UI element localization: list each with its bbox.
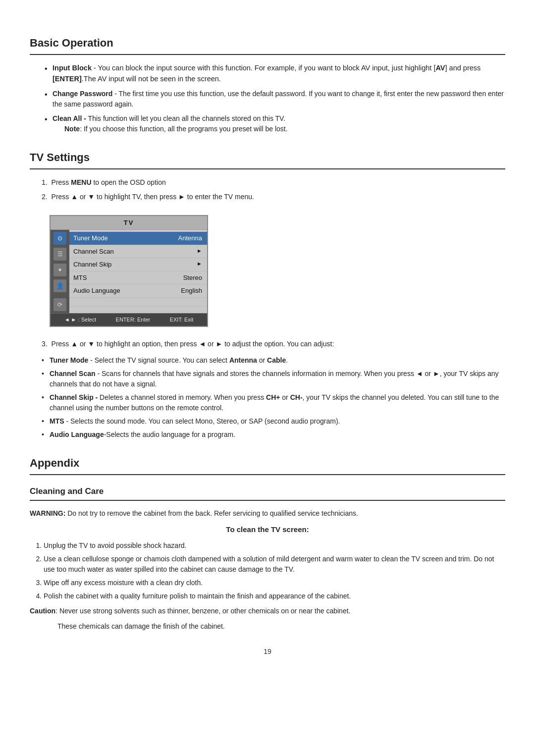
tuner-mode-item: Tuner Mode - Select the TV signal source… xyxy=(42,355,505,366)
warning-text: WARNING: Do not try to remove the cabine… xyxy=(30,508,505,519)
clean-subheading: To clean the TV screen: xyxy=(30,524,505,536)
menu-bold: MENU xyxy=(71,178,91,186)
chminus-bold: CH- xyxy=(290,393,303,401)
tuner-mode-sub-label: Tuner Mode xyxy=(50,356,88,364)
step3-down: ▼ xyxy=(88,340,95,348)
tv-settings-steps: 1. Press MENU to open the OSD option 2. … xyxy=(30,177,505,202)
audio-language-value: English xyxy=(181,286,202,296)
down-arrow: ▼ xyxy=(88,193,95,201)
tv-menu-screenshot: TV ⊙ ☰ ✦ 👤 ⟳ Tuner Mode Antenna Channel … xyxy=(50,215,208,327)
step1: 1. Press MENU to open the OSD option xyxy=(40,177,505,188)
input-block-item: Input Block - You can block the input so… xyxy=(45,63,505,85)
tv-menu-footer: ◄ ► : Select ENTER: Enter EXIT: Exit xyxy=(51,313,207,326)
clean-all-note: Note: If you choose this function, all t… xyxy=(53,125,288,133)
mts-item: MTS - Selects the sound mode. You can se… xyxy=(42,416,505,427)
tv-settings-heading: TV Settings xyxy=(30,149,505,169)
tv-icon-3: ✦ xyxy=(54,264,66,276)
caution-body: : Never use strong solvents such as thin… xyxy=(55,607,350,615)
clean-step-2: Use a clean cellulose sponge or chamois … xyxy=(44,554,505,575)
tv-settings-sub-list: Tuner Mode - Select the TV signal source… xyxy=(30,355,505,440)
audio-language-sub-label: Audio Language xyxy=(50,431,104,438)
tuner-mode-value: Antenna xyxy=(178,233,202,243)
mts-label: MTS xyxy=(73,273,87,283)
step2: 2. Press ▲ or ▼ to highlight TV, then pr… xyxy=(40,192,505,202)
warning-label: WARNING: xyxy=(30,509,67,517)
clean-all-item: Clean All - This function will let you c… xyxy=(45,113,505,134)
channel-skip-item: Channel Skip - Deletes a channel stored … xyxy=(42,392,505,413)
channel-scan-label: Channel Scan xyxy=(73,247,114,257)
right-sym: ► xyxy=(433,370,440,378)
clean-all-text: This function will let you clean all the… xyxy=(86,114,285,122)
left-sym: ◄ xyxy=(416,370,423,378)
audio-language-label: Audio Language xyxy=(73,286,120,296)
mts-value: Stereo xyxy=(183,273,202,283)
audio-language-item: Audio Language-Selects the audio languag… xyxy=(42,430,505,440)
up-arrow: ▲ xyxy=(71,193,78,201)
tv-settings-section: TV Settings 1. Press MENU to open the OS… xyxy=(30,149,505,440)
appendix-heading: Appendix xyxy=(30,455,505,475)
channel-scan-sub-label: Channel Scan xyxy=(50,370,96,378)
change-password-text: - The first time you use this function, … xyxy=(53,90,504,108)
right-arrow: ► xyxy=(178,193,185,201)
basic-operation-list: Input Block - You can block the input so… xyxy=(30,63,505,134)
tv-menu-icons: ⊙ ☰ ✦ 👤 ⟳ xyxy=(51,230,69,313)
step3-left: ◄ xyxy=(199,340,206,348)
cleaning-care-heading: Cleaning and Care xyxy=(30,485,505,501)
tv-menu-title: TV xyxy=(51,216,207,230)
clean-all-label: Clean All - xyxy=(53,114,86,122)
change-password-item: Change Password - The first time you use… xyxy=(45,89,505,109)
input-block-text1: - You can block the input source with th… xyxy=(53,64,481,83)
channel-skip-sub-label: Channel Skip - xyxy=(50,393,98,401)
input-block-label: Input Block xyxy=(53,64,92,72)
clean-step-1: Unplug the TV to avoid possible shock ha… xyxy=(44,540,505,551)
channel-scan-item: Channel Scan - Scans for channels that h… xyxy=(42,369,505,389)
step3: 3. Press ▲ or ▼ to highlight an option, … xyxy=(40,339,505,349)
channel-scan-row: Channel Scan ► xyxy=(69,245,207,259)
page-number: 19 xyxy=(30,647,505,657)
mts-row: MTS Stereo xyxy=(69,271,207,285)
channel-skip-label: Channel Skip xyxy=(73,260,111,270)
footer-exit: EXIT: Exit xyxy=(170,316,194,324)
cable-bold: Cable xyxy=(267,356,286,364)
cleaning-care-section: Cleaning and Care WARNING: Do not try to… xyxy=(30,485,505,632)
tv-settings-step3-list: 3. Press ▲ or ▼ to highlight an option, … xyxy=(30,339,505,349)
tv-menu-rows: Tuner Mode Antenna Channel Scan ► Channe… xyxy=(69,230,207,313)
clean-step-4: Polish the cabinet with a quality furnit… xyxy=(44,591,505,601)
antenna-bold: Antenna xyxy=(229,356,257,364)
step3-num: 3. xyxy=(42,340,48,348)
caution-text: Caution: Never use strong solvents such … xyxy=(30,605,505,616)
audio-language-row: Audio Language English xyxy=(69,284,207,298)
change-password-label: Change Password xyxy=(53,90,112,98)
step3-right: ► xyxy=(215,340,222,348)
chplus-bold: CH+ xyxy=(266,393,280,401)
appendix-section: Appendix xyxy=(30,455,505,475)
channel-skip-row: Channel Skip ► xyxy=(69,258,207,271)
footer-select: ◄ ► : Select xyxy=(64,316,97,324)
blank-row xyxy=(69,298,207,307)
tv-icon-2: ☰ xyxy=(54,248,66,261)
cleaning-steps: Unplug the TV to avoid possible shock ha… xyxy=(30,540,505,601)
tuner-mode-label: Tuner Mode xyxy=(73,233,108,243)
step2-num: 2. xyxy=(42,193,48,201)
caution-note: These chemicals can damage the finish of… xyxy=(30,621,505,632)
mts-sub-label: MTS xyxy=(50,417,64,425)
channel-skip-arrow: ► xyxy=(197,260,202,270)
tv-menu-box: TV ⊙ ☰ ✦ 👤 ⟳ Tuner Mode Antenna Channel … xyxy=(50,215,208,327)
footer-enter: ENTER: Enter xyxy=(116,316,151,324)
tv-icon-4: 👤 xyxy=(54,279,66,292)
channel-scan-arrow: ► xyxy=(197,247,202,257)
clean-step-3: Wipe off any excess moisture with a clea… xyxy=(44,578,505,588)
tv-icon-1: ⊙ xyxy=(54,232,66,245)
step3-up: ▲ xyxy=(71,340,78,348)
basic-operation-heading: Basic Operation xyxy=(30,35,505,55)
step1-num: 1. xyxy=(42,178,48,186)
warning-body: Do not try to remove the cabinet from th… xyxy=(67,509,358,517)
tuner-mode-row: Tuner Mode Antenna xyxy=(69,232,207,245)
basic-operation-section: Basic Operation Input Block - You can bl… xyxy=(30,35,505,134)
tv-menu-body: ⊙ ☰ ✦ 👤 ⟳ Tuner Mode Antenna Channel Sca… xyxy=(51,230,207,313)
caution-label: Caution xyxy=(30,607,55,615)
tv-icon-5: ⟳ xyxy=(54,298,66,311)
